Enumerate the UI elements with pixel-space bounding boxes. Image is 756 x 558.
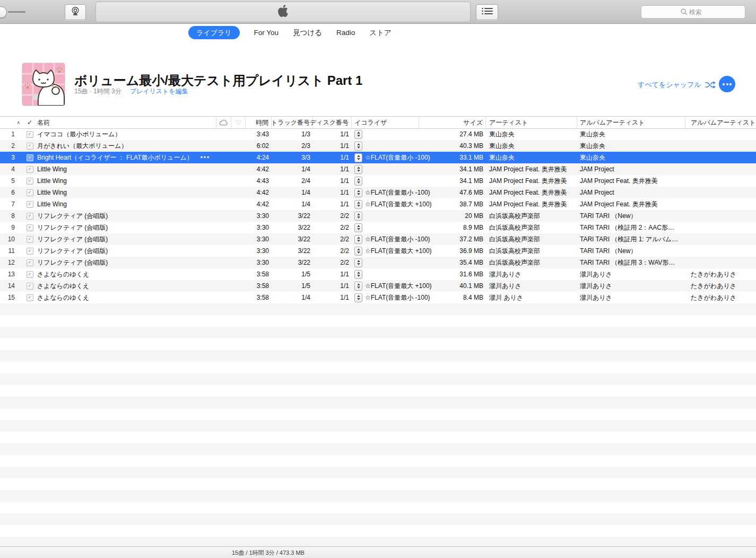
sort-indicator-icon[interactable]: ∧: [0, 117, 23, 128]
header-name[interactable]: 名前: [36, 117, 216, 128]
table-row[interactable]: 5✓Little Wing4:432/41/134.1 MBJAM Projec…: [0, 175, 756, 187]
more-options-button[interactable]: [719, 76, 735, 92]
album-artist: 瀧川ありさ: [577, 268, 685, 280]
album-artist-yomi: たきがわありさ: [685, 268, 756, 280]
equalizer-stepper[interactable]: [354, 130, 362, 139]
tab-store[interactable]: ストア: [369, 28, 391, 38]
track-time: 3:58: [246, 268, 272, 280]
table-row[interactable]: 10✓リフレクティア (合唱版)3:303/222/2☆FLAT(音量最小 -1…: [0, 233, 756, 245]
track-checkbox[interactable]: ✓: [27, 166, 33, 173]
equalizer-stepper[interactable]: [354, 177, 362, 186]
header-disc-number[interactable]: ディスク番号: [313, 117, 352, 128]
track-artist: JAM Project Feat. 奥井雅美: [486, 187, 577, 198]
track-number: 1/5: [272, 280, 313, 292]
track-name: リフレクティア (合唱版): [36, 222, 216, 233]
track-number: 1/5: [272, 268, 313, 280]
header-heart-icon[interactable]: ♡: [231, 117, 246, 128]
track-size: 38.7 MB: [419, 198, 486, 210]
playlist-stats: 15曲 · 1時間 3分: [74, 88, 121, 95]
row-number: 14: [0, 280, 23, 292]
table-row[interactable]: 4✓Little Wing4:421/41/134.1 MBJAM Projec…: [0, 163, 756, 175]
equalizer-stepper[interactable]: [354, 235, 362, 244]
track-artist: 東山奈央: [486, 152, 577, 163]
search-input[interactable]: [641, 6, 745, 18]
apple-logo-icon: [278, 5, 288, 19]
row-more-icon[interactable]: •••: [201, 154, 211, 161]
album-artist-yomi: [685, 233, 756, 245]
track-number: 3/22: [272, 233, 313, 245]
table-row[interactable]: 8✓リフレクティア (合唱版)3:303/222/220 MB白浜坂高校声楽部T…: [0, 210, 756, 222]
track-checkbox[interactable]: ✓: [27, 178, 33, 185]
track-size: 31.6 MB: [419, 268, 486, 280]
shuffle-all-button[interactable]: すべてをシャッフル: [638, 80, 716, 90]
track-checkbox[interactable]: ✓: [27, 189, 33, 196]
track-checkbox[interactable]: ✓: [27, 154, 33, 161]
equalizer-stepper[interactable]: [354, 153, 362, 162]
table-row[interactable]: 1✓イマココ（最小ボリューム）3:431/31/127.4 MB東山奈央東山奈央: [0, 128, 756, 140]
header-equalizer[interactable]: イコライザ: [352, 117, 419, 128]
album-artist: 東山奈央: [577, 128, 685, 140]
header-time[interactable]: 時間: [246, 117, 272, 128]
equalizer-stepper[interactable]: [354, 165, 362, 174]
equalizer-stepper[interactable]: [354, 258, 362, 267]
track-checkbox[interactable]: ✓: [27, 224, 33, 231]
table-row[interactable]: 12✓リフレクティア (合唱版)3:303/222/235.4 MB白浜坂高校声…: [0, 257, 756, 268]
table-row[interactable]: 6✓Little Wing4:421/41/1☆FLAT(音量最小 -100)4…: [0, 187, 756, 198]
tab-browse[interactable]: 見つける: [293, 28, 322, 38]
disc-number: 2/2: [313, 245, 352, 257]
airplay-button[interactable]: [65, 4, 86, 20]
track-table-header: ∧ ✓ 名前 ♡ 時間 トラック番号 ディスク番号 イコライザ サイズ アーティ…: [0, 116, 756, 129]
equalizer-stepper[interactable]: [354, 142, 362, 151]
table-row[interactable]: 15✓さよならのゆくえ3:581/41/1☆FLAT(音量最小 -100)8.4…: [0, 292, 756, 303]
table-row[interactable]: 11✓リフレクティア (合唱版)3:303/222/2☆FLAT(音量最大 +1…: [0, 245, 756, 257]
volume-track[interactable]: [8, 11, 25, 13]
disc-number: 2/2: [313, 222, 352, 233]
equalizer-stepper[interactable]: [354, 282, 362, 291]
disc-number: 1/1: [313, 292, 352, 303]
table-row[interactable]: 9✓リフレクティア (合唱版)3:303/222/28.9 MB白浜坂高校声楽部…: [0, 222, 756, 233]
track-size: 20 MB: [419, 210, 486, 222]
table-row[interactable]: 14✓さよならのゆくえ3:581/51/1☆FLAT(音量最大 +100)40.…: [0, 280, 756, 292]
up-next-button[interactable]: [476, 4, 498, 20]
empty-rows-area: [0, 303, 756, 546]
equalizer-stepper[interactable]: [354, 270, 362, 279]
tab-for-you[interactable]: For You: [254, 29, 279, 37]
table-row[interactable]: 2✓月がきれい（最大ボリューム）6:022/31/140.3 MB東山奈央東山奈…: [0, 140, 756, 152]
track-checkbox[interactable]: ✓: [27, 259, 33, 266]
track-checkbox[interactable]: ✓: [27, 294, 33, 301]
table-row[interactable]: 13✓さよならのゆくえ3:581/51/131.6 MB瀧川ありさ瀧川ありさたき…: [0, 268, 756, 280]
track-artist: 東山奈央: [486, 128, 577, 140]
header-album-artist-yomi[interactable]: アルバムアーティスト（読み）: [685, 117, 756, 128]
header-artist[interactable]: アーティスト: [486, 117, 577, 128]
track-checkbox[interactable]: ✓: [27, 248, 33, 255]
track-checkbox[interactable]: ✓: [27, 213, 33, 220]
track-artist: 瀧川 ありさ: [486, 292, 577, 303]
table-row[interactable]: 7✓Little Wing4:421/41/1☆FLAT(音量最大 +100)3…: [0, 198, 756, 210]
equalizer-stepper[interactable]: [354, 223, 362, 232]
track-checkbox[interactable]: ✓: [27, 131, 33, 138]
equalizer-stepper[interactable]: [354, 212, 362, 221]
track-checkbox[interactable]: ✓: [27, 283, 33, 290]
header-track-number[interactable]: トラック番号: [272, 117, 313, 128]
header-checkbox-column[interactable]: ✓: [23, 117, 36, 128]
track-checkbox[interactable]: ✓: [27, 236, 33, 243]
header-size[interactable]: サイズ: [419, 117, 486, 128]
equalizer-stepper[interactable]: [354, 247, 362, 256]
track-checkbox[interactable]: ✓: [27, 201, 33, 208]
track-time: 3:43: [246, 128, 272, 140]
header-album-artist[interactable]: アルバムアーティスト: [577, 117, 685, 128]
table-row[interactable]: 3✓Bright Heart（イコライザー ： FLAT最小ボリューム）•••4…: [0, 152, 756, 163]
tab-library[interactable]: ライブラリ: [188, 26, 240, 39]
tab-radio[interactable]: Radio: [336, 29, 355, 37]
equalizer-stepper[interactable]: [354, 200, 362, 209]
edit-playlist-link[interactable]: プレイリストを編集: [130, 88, 188, 95]
track-checkbox[interactable]: ✓: [27, 271, 33, 278]
track-time: 4:42: [246, 198, 272, 210]
header-cloud-icon[interactable]: [216, 117, 231, 128]
track-checkbox[interactable]: ✓: [27, 143, 33, 150]
album-artist: TARI TARI （New）: [577, 210, 685, 222]
volume-slider-knob[interactable]: [0, 6, 7, 18]
equalizer-stepper[interactable]: [354, 188, 362, 197]
equalizer-stepper[interactable]: [354, 293, 362, 302]
track-artist: 白浜坂高校声楽部: [486, 257, 577, 268]
